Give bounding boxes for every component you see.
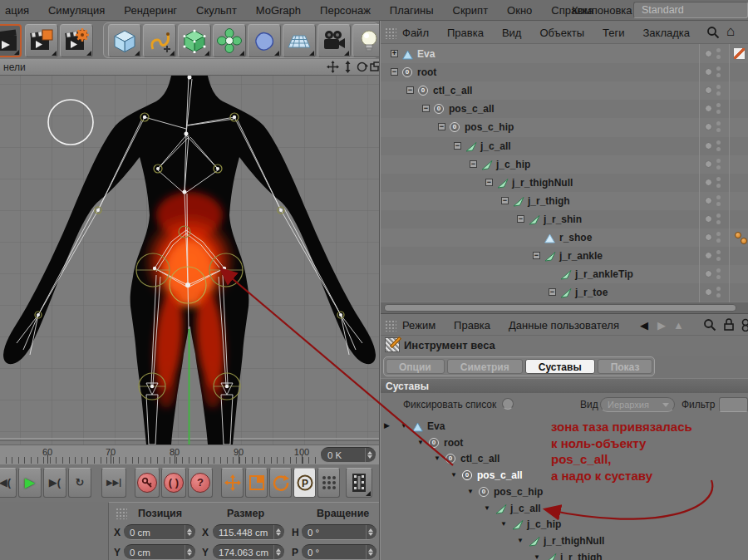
expand-caret-icon[interactable]: ▼ <box>401 422 407 430</box>
add-array-button[interactable] <box>213 24 246 57</box>
layer-dot[interactable] <box>705 142 712 150</box>
layer-dot[interactable] <box>705 215 712 223</box>
expand-toggle-icon[interactable]: − <box>501 197 509 204</box>
layer-dot[interactable] <box>705 105 712 112</box>
menu-item[interactable]: Правка <box>447 27 484 39</box>
render-picture-viewer-button[interactable] <box>25 24 58 57</box>
frame-field[interactable]: 0 K <box>321 447 376 463</box>
search-icon[interactable] <box>706 26 720 42</box>
expand-toggle-icon[interactable]: − <box>470 160 477 168</box>
expand-toggle-icon[interactable]: − <box>406 86 414 94</box>
weight-tag-icon[interactable] <box>741 238 747 244</box>
goto-next-key-button[interactable]: ▶▶| <box>101 468 126 498</box>
parent-object-icon[interactable]: ▲ <box>673 319 684 332</box>
visibility-dot-editor[interactable] <box>716 85 721 89</box>
visibility-dot-render[interactable] <box>716 293 721 297</box>
menu-item[interactable]: Теги <box>603 27 624 39</box>
tree-row[interactable]: ▼j_r_thighNull <box>381 533 748 549</box>
rotate-view-icon[interactable] <box>356 61 368 73</box>
expand-caret-icon[interactable]: ▼ <box>467 488 474 495</box>
visibility-dot-render[interactable] <box>716 147 721 151</box>
visibility-dot-render[interactable] <box>716 275 721 279</box>
rotation-field[interactable]: 0 ° <box>302 524 376 540</box>
next-frame-button[interactable]: ▶( <box>43 468 66 498</box>
record-keyframe-button[interactable] <box>135 468 160 498</box>
expand-caret-icon[interactable]: ▼ <box>484 504 490 512</box>
visibility-dot-render[interactable] <box>716 128 721 132</box>
history-forward-icon[interactable]: ▶ <box>657 319 666 332</box>
menu-item[interactable]: Данные пользователя <box>509 319 619 332</box>
pan-view-icon[interactable] <box>327 61 339 73</box>
view-dropdown[interactable]: Иерархия <box>600 397 675 412</box>
filter-input[interactable] <box>719 397 748 412</box>
menu-item[interactable]: ация <box>5 4 29 17</box>
expand-toggle-icon[interactable]: − <box>485 179 493 186</box>
frame-stepper[interactable] <box>365 448 373 462</box>
layer-dot[interactable] <box>705 68 712 76</box>
visibility-dot-render[interactable] <box>716 165 721 169</box>
film-browser-button[interactable] <box>346 468 372 498</box>
keyframe-dots-button[interactable] <box>317 468 340 498</box>
visibility-dot-editor[interactable] <box>716 121 721 125</box>
size-field[interactable]: 115.448 cm <box>213 524 284 540</box>
search-icon[interactable] <box>703 318 716 335</box>
lock-icon[interactable] <box>723 318 735 335</box>
tree-row[interactable]: ▼j_c_hip <box>381 516 748 533</box>
expand-caret-icon[interactable]: ▼ <box>500 520 507 528</box>
tree-row[interactable]: −j_c_hip <box>381 155 748 174</box>
expand-caret-icon[interactable]: ▼ <box>534 553 540 560</box>
chain-icon[interactable] <box>740 318 748 335</box>
play-loop-button[interactable]: ↻ <box>68 468 91 498</box>
visibility-dot-editor[interactable] <box>716 287 721 291</box>
expand-toggle-icon[interactable]: − <box>438 123 445 130</box>
menu-item[interactable]: Закладка <box>643 27 691 39</box>
drag-handle-icon[interactable] <box>385 320 396 332</box>
tree-row[interactable]: ▼j_c_all <box>381 500 748 517</box>
menu-item[interactable]: Плагины <box>390 4 434 17</box>
tab-inactive[interactable]: Симетрия <box>447 359 523 374</box>
tree-row[interactable]: −0ctl_c_all <box>381 81 748 100</box>
scale-tool-button[interactable] <box>245 468 268 498</box>
expand-toggle-icon[interactable]: − <box>391 68 398 76</box>
tab-active[interactable]: Суставы <box>525 359 595 374</box>
tree-row[interactable]: −0pos_c_hip <box>381 118 748 136</box>
menu-item[interactable]: Персонаж <box>320 4 371 17</box>
add-camera-button[interactable] <box>317 24 351 57</box>
visibility-dot-render[interactable] <box>716 184 721 188</box>
expand-caret-icon[interactable]: ▼ <box>434 454 440 462</box>
expand-toggle-icon[interactable]: + <box>391 50 398 57</box>
add-metaball-button[interactable] <box>248 24 281 57</box>
visibility-dot-editor[interactable] <box>716 177 721 181</box>
layer-dot[interactable] <box>705 179 712 186</box>
expand-caret-icon[interactable]: ▼ <box>517 537 524 544</box>
visibility-dot-render[interactable] <box>716 55 721 59</box>
visibility-dot-editor[interactable] <box>716 195 721 199</box>
scrollbar-thumb[interactable] <box>384 304 736 312</box>
expand-toggle-icon[interactable]: − <box>454 142 461 150</box>
menu-item[interactable]: Объекты <box>539 27 584 39</box>
tree-row[interactable]: −j_r_toe <box>381 283 748 302</box>
viewport-canvas[interactable] <box>0 76 379 445</box>
horizontal-scrollbar[interactable] <box>381 302 748 313</box>
position-field[interactable]: 0 cm <box>124 524 195 540</box>
visibility-dot-render[interactable] <box>716 257 721 261</box>
texture-tag-icon[interactable] <box>733 47 746 60</box>
expand-toggle-icon[interactable]: − <box>549 288 556 296</box>
add-floor-button[interactable] <box>283 24 316 57</box>
add-subdivision-button[interactable] <box>178 24 211 57</box>
autokey-button[interactable]: ( ) <box>161 468 186 498</box>
tree-row[interactable]: j_r_ankleTip <box>381 265 748 283</box>
add-cube-button[interactable] <box>108 24 141 57</box>
rotation-field[interactable]: 0 ° <box>302 544 376 560</box>
tree-row[interactable]: ▼0pos_c_hip <box>381 484 748 500</box>
play-forwards-button[interactable]: ▶ <box>18 468 42 498</box>
expand-toggle-icon[interactable]: − <box>422 105 430 112</box>
play-backwards-button[interactable]: ◀( <box>0 468 17 498</box>
layer-dot[interactable] <box>705 123 712 130</box>
visibility-dot-editor[interactable] <box>716 232 721 236</box>
tree-row[interactable]: −0pos_c_all <box>381 100 748 118</box>
expand-caret-icon[interactable]: ▼ <box>450 471 457 479</box>
section-header[interactable]: Суставы <box>381 378 748 393</box>
coordinates-p-button[interactable]: P <box>293 468 316 498</box>
rotate-tool-button[interactable] <box>269 468 292 498</box>
